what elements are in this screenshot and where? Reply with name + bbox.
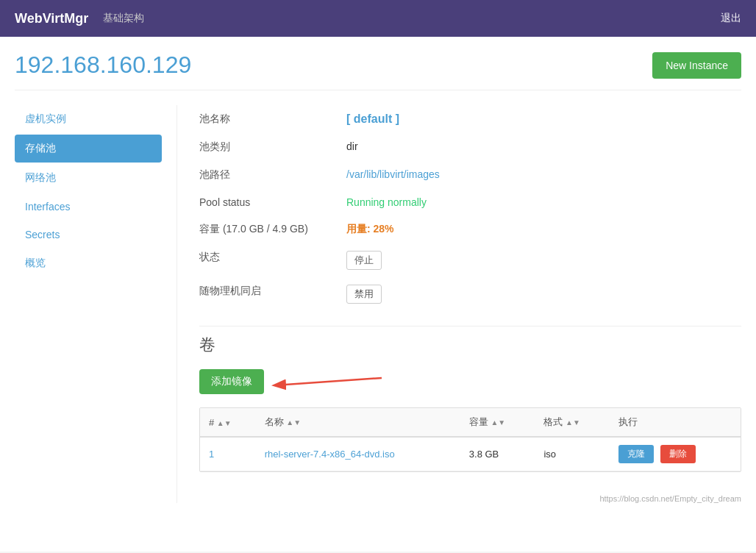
sidebar-item-interfaces[interactable]: Interfaces	[15, 193, 162, 220]
col-capacity: 容量 ▲▼	[460, 408, 535, 437]
logout-button[interactable]: 退出	[721, 12, 741, 25]
sidebar-item-network-pool[interactable]: 网络池	[15, 164, 162, 192]
footer-note: https://blog.csdn.net/Empty_city_dream	[199, 487, 741, 503]
sidebar-label-network-pool: 网络池	[25, 171, 56, 183]
pool-state-label: 状态	[199, 243, 346, 277]
cell-capacity: 3.8 GB	[460, 437, 535, 471]
col-num: # ▲▼	[200, 408, 256, 437]
col-format: 格式 ▲▼	[535, 408, 610, 437]
col-actions: 执行	[610, 408, 741, 437]
add-image-area: 添加镜像	[199, 367, 741, 396]
pool-status-label: Pool status	[199, 189, 346, 215]
cell-format: iso	[535, 437, 610, 471]
sort-icon-name[interactable]: ▲▼	[286, 418, 301, 427]
svg-line-1	[275, 378, 382, 385]
brand-name: WebVirtMgr	[15, 11, 88, 26]
sort-icon-num[interactable]: ▲▼	[217, 419, 232, 427]
cell-actions: 克隆 删除	[610, 437, 741, 471]
pool-path-value: /var/lib/libvirt/images	[346, 161, 741, 189]
volumes-table-container: # ▲▼ 名称 ▲▼ 容量 ▲▼	[199, 407, 741, 472]
pool-name-value: [ default ]	[346, 105, 741, 133]
col-name: 名称 ▲▼	[256, 408, 460, 437]
sidebar-label-storage-pool: 存储池	[25, 142, 56, 154]
pool-type-value: dir	[346, 133, 741, 161]
pool-capacity-label: 容量 (17.0 GB / 4.9 GB)	[199, 215, 346, 243]
sidebar-label-overview: 概览	[25, 257, 46, 268]
sidebar-item-virtual-instances[interactable]: 虚机实例	[15, 105, 162, 133]
page-title-row: 192.168.160.129 New Instance	[15, 51, 741, 90]
sidebar: 虚机实例 存储池 网络池 Interfaces Secrets 概览	[15, 105, 176, 503]
pool-autostart-value: 禁用	[346, 277, 741, 311]
delete-button[interactable]: 删除	[660, 445, 696, 463]
new-instance-button[interactable]: New Instance	[652, 52, 741, 79]
pool-capacity-value: 用量: 28%	[346, 215, 741, 243]
sort-icon-capacity[interactable]: ▲▼	[491, 418, 505, 427]
header-subtitle: 基础架构	[103, 12, 144, 25]
table-header: # ▲▼ 名称 ▲▼ 容量 ▲▼	[200, 408, 741, 437]
volumes-section-title: 卷	[199, 326, 741, 356]
pool-type-label: 池类别	[199, 133, 346, 161]
pool-name-label: 池名称	[199, 105, 346, 133]
sidebar-label-virtual-instances: 虚机实例	[25, 113, 66, 124]
table-row: 1 rhel-server-7.4-x86_64-dvd.iso 3.8 GB …	[200, 437, 741, 471]
pool-path-label: 池路径	[199, 161, 346, 189]
main-container: 192.168.160.129 New Instance 虚机实例 存储池 网络…	[0, 37, 756, 552]
add-image-button[interactable]: 添加镜像	[199, 369, 264, 394]
header: WebVirtMgr 基础架构 退出	[0, 0, 756, 37]
cell-name: rhel-server-7.4-x86_64-dvd.iso	[256, 437, 460, 471]
volumes-table: # ▲▼ 名称 ▲▼ 容量 ▲▼	[200, 408, 741, 471]
table-body: 1 rhel-server-7.4-x86_64-dvd.iso 3.8 GB …	[200, 437, 741, 471]
sidebar-label-interfaces: Interfaces	[25, 201, 70, 213]
cell-num: 1	[200, 437, 256, 471]
page-title: 192.168.160.129	[15, 51, 191, 79]
clone-button[interactable]: 克隆	[618, 445, 654, 463]
main-content: 池名称 [ default ] 池类别 dir 池路径 /var/lib/lib…	[176, 105, 741, 503]
sidebar-label-secrets: Secrets	[25, 229, 60, 240]
pool-status-value: Running normally	[346, 189, 741, 215]
pool-autostart-label: 随物理机同启	[199, 277, 346, 311]
sidebar-item-storage-pool[interactable]: 存储池	[15, 135, 162, 163]
pool-autostart-button[interactable]: 禁用	[346, 285, 382, 304]
sort-icon-format[interactable]: ▲▼	[566, 418, 580, 427]
content-area: 虚机实例 存储池 网络池 Interfaces Secrets 概览 池名称	[15, 105, 741, 503]
pool-stop-button[interactable]: 停止	[346, 251, 382, 270]
pool-info-grid: 池名称 [ default ] 池类别 dir 池路径 /var/lib/lib…	[199, 105, 741, 311]
arrow-annotation	[268, 367, 385, 396]
pool-state-value: 停止	[346, 243, 741, 277]
header-left: WebVirtMgr 基础架构	[15, 11, 144, 26]
sidebar-item-overview[interactable]: 概览	[15, 249, 162, 277]
sidebar-item-secrets[interactable]: Secrets	[15, 221, 162, 248]
